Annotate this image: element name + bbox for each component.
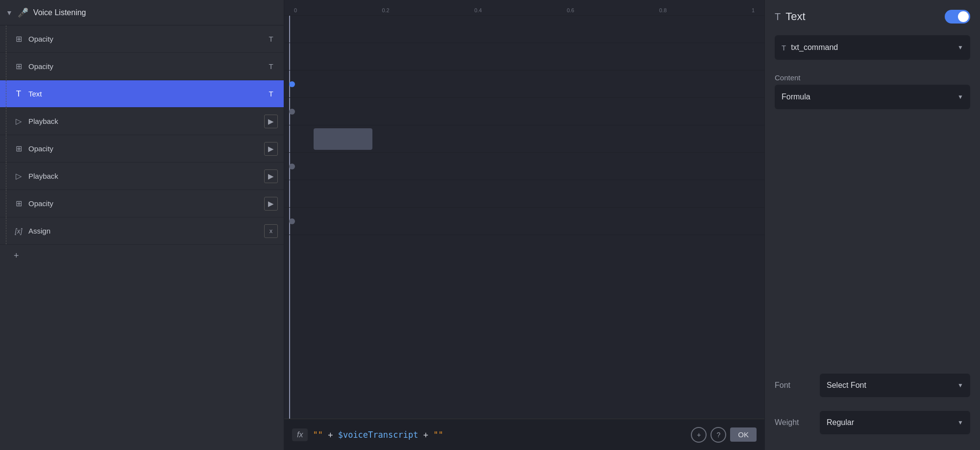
formula-bar: fx "" + $voiceTranscript + "" + ? OK	[284, 419, 764, 450]
ruler-mark: 0.2	[382, 7, 389, 13]
ruler-marks: 0 0.2 0.4 0.6 0.8 1	[294, 7, 755, 13]
spacer	[775, 119, 970, 366]
text-enable-toggle[interactable]	[945, 10, 970, 24]
dashed-connector	[6, 217, 6, 244]
timeline-track	[284, 43, 764, 71]
fx-label: fx	[292, 428, 308, 441]
keyframe-dot[interactable]	[289, 218, 295, 224]
dashed-connector	[6, 53, 6, 80]
weight-property-row: Weight Regular ▼	[775, 411, 970, 434]
font-select-label: Select Font	[827, 381, 866, 390]
timeline-track-playback	[284, 98, 764, 125]
assign-icon: [x]	[14, 227, 24, 235]
component-dropdown-chevron-icon: ▼	[957, 44, 963, 51]
dashed-connector	[6, 163, 6, 189]
dashed-connector	[6, 135, 6, 162]
properties-header: T Text	[775, 10, 970, 24]
item-badge: ▶	[264, 142, 278, 156]
list-item-assign[interactable]: [x] Assign x	[0, 217, 284, 245]
formula-string-end: ""	[433, 430, 443, 440]
ruler-mark: 0	[294, 7, 297, 13]
item-badge: x	[264, 224, 278, 238]
formula-string-start: ""	[313, 430, 322, 440]
font-dropdown-chevron-icon: ▼	[957, 382, 963, 389]
formula-plus-right: +	[423, 430, 433, 440]
item-label: Opacity	[28, 144, 264, 153]
opacity-icon: ⊞	[14, 34, 24, 44]
list-item[interactable]: ⊞ Opacity ▶	[0, 190, 284, 217]
timeline-track-assign	[284, 208, 764, 235]
item-badge: ▶	[264, 169, 278, 183]
list-item-text[interactable]: T Text T	[0, 80, 284, 108]
opacity-icon: ⊞	[14, 62, 24, 71]
formula-variable: $voiceTranscript	[338, 430, 418, 440]
timeline-ruler: 0 0.2 0.4 0.6 0.8 1	[284, 0, 764, 16]
item-label: Playback	[28, 117, 264, 125]
component-dropdown[interactable]: T txt_command ▼	[775, 35, 970, 60]
component-dropdown-left: T txt_command	[782, 43, 838, 52]
voice-listening-header[interactable]: ▼ 🎤 Voice Listening	[0, 0, 284, 25]
formula-help-button[interactable]: ?	[710, 427, 726, 443]
text-icon: T	[14, 89, 24, 99]
dashed-connector	[6, 108, 6, 135]
properties-title-group: T Text	[775, 10, 806, 23]
item-label: Opacity	[28, 62, 264, 71]
list-item-playback[interactable]: ▷ Playback ▶	[0, 108, 284, 135]
font-property-row: Font Select Font ▼	[775, 374, 970, 397]
timeline-track	[284, 153, 764, 180]
component-text-icon: T	[782, 44, 786, 52]
item-label: Opacity	[28, 199, 264, 208]
item-badge: ▶	[264, 115, 278, 128]
item-badge: T	[264, 32, 278, 46]
dashed-connector	[6, 25, 6, 52]
keyframe-dot[interactable]	[289, 164, 295, 169]
formula-content[interactable]: "" + $voiceTranscript + ""	[313, 430, 686, 440]
keyframe-dot[interactable]	[289, 81, 295, 87]
keyframe-dot[interactable]	[289, 109, 295, 115]
list-item[interactable]: ⊞ Opacity T	[0, 53, 284, 80]
properties-title: Text	[785, 10, 805, 23]
list-item[interactable]: ⊞ Opacity ▶	[0, 135, 284, 163]
font-dropdown[interactable]: Select Font ▼	[820, 374, 970, 397]
content-formula-label: Formula	[782, 93, 810, 101]
formula-actions: + ? OK	[691, 427, 757, 443]
add-item-button[interactable]: +	[0, 245, 284, 266]
dashed-connector	[6, 80, 6, 107]
formula-add-button[interactable]: +	[691, 427, 707, 443]
preview-block	[314, 128, 372, 150]
item-badge: ▶	[264, 197, 278, 211]
item-label: Opacity	[28, 35, 264, 43]
left-panel: ▼ 🎤 Voice Listening ⊞ Opacity T ⊞ Opacit…	[0, 0, 284, 450]
content-section: Content Formula ▼	[775, 70, 970, 111]
add-icon: +	[14, 251, 19, 261]
collapse-chevron-icon[interactable]: ▼	[6, 9, 13, 17]
microphone-icon: 🎤	[18, 7, 28, 18]
voice-listening-title: Voice Listening	[33, 8, 86, 17]
content-formula-chevron-icon: ▼	[957, 94, 963, 100]
item-badge: T	[264, 60, 278, 73]
ruler-mark: 1	[752, 7, 755, 13]
timeline-list: ⊞ Opacity T ⊞ Opacity T T Text T ▷ Playb…	[0, 25, 284, 450]
weight-dropdown[interactable]: Regular ▼	[820, 411, 970, 434]
weight-label: Weight	[775, 418, 814, 427]
item-label: Text	[28, 90, 264, 98]
item-label: Playback	[28, 172, 264, 180]
timeline-track	[284, 125, 764, 153]
center-panel: 0 0.2 0.4 0.6 0.8 1	[284, 0, 764, 450]
playback-icon: ▷	[14, 171, 24, 181]
content-formula-dropdown[interactable]: Formula ▼	[775, 85, 970, 109]
dashed-connector	[6, 190, 6, 217]
formula-plus-left: +	[328, 430, 338, 440]
list-item[interactable]: ⊞ Opacity T	[0, 25, 284, 53]
ruler-mark: 0.4	[474, 7, 482, 13]
formula-ok-button[interactable]: OK	[730, 427, 757, 442]
right-panel: T Text T txt_command ▼ Content Formula ▼…	[764, 0, 980, 450]
timeline-track-text	[284, 71, 764, 98]
item-label: Assign	[28, 227, 264, 235]
timeline-track	[284, 180, 764, 208]
weight-select-label: Regular	[827, 418, 854, 427]
weight-dropdown-chevron-icon: ▼	[957, 419, 963, 426]
font-label: Font	[775, 381, 814, 390]
item-badge: T	[264, 87, 278, 101]
list-item-playback2[interactable]: ▷ Playback ▶	[0, 163, 284, 190]
